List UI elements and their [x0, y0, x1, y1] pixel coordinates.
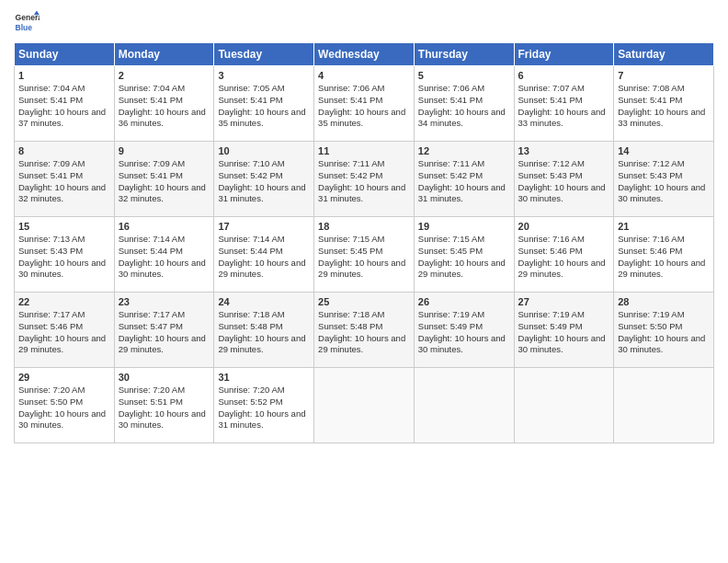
day-number: 7: [618, 70, 710, 81]
day-info: Sunrise: 7:20 AMSunset: 5:50 PMDaylight:…: [18, 385, 110, 431]
logo-icon: General Blue: [14, 9, 40, 35]
day-number: 10: [218, 145, 310, 156]
day-cell: 10Sunrise: 7:10 AMSunset: 5:42 PMDayligh…: [214, 142, 314, 217]
day-number: 30: [119, 372, 210, 383]
day-number: 29: [18, 372, 110, 383]
day-info: Sunrise: 7:13 AMSunset: 5:43 PMDaylight:…: [18, 234, 110, 281]
day-info: Sunrise: 7:09 AMSunset: 5:41 PMDaylight:…: [119, 158, 210, 205]
day-cell: 4Sunrise: 7:06 AMSunset: 5:41 PMDaylight…: [314, 66, 415, 142]
day-cell: 2Sunrise: 7:04 AMSunset: 5:41 PMDaylight…: [114, 66, 214, 142]
week-row-4: 22Sunrise: 7:17 AMSunset: 5:46 PMDayligh…: [15, 293, 714, 368]
day-info: Sunrise: 7:20 AMSunset: 5:51 PMDaylight:…: [119, 385, 210, 431]
day-info: Sunrise: 7:15 AMSunset: 5:45 PMDaylight:…: [318, 234, 410, 281]
day-cell: 22Sunrise: 7:17 AMSunset: 5:46 PMDayligh…: [15, 293, 115, 368]
day-cell: 23Sunrise: 7:17 AMSunset: 5:47 PMDayligh…: [114, 293, 214, 368]
day-number: 31: [218, 372, 310, 383]
calendar-table: SundayMondayTuesdayWednesdayThursdayFrid…: [14, 42, 714, 443]
day-cell: [514, 368, 614, 443]
day-cell: 31Sunrise: 7:20 AMSunset: 5:52 PMDayligh…: [214, 368, 314, 443]
day-info: Sunrise: 7:05 AMSunset: 5:41 PMDaylight:…: [218, 83, 310, 130]
day-number: 25: [318, 296, 410, 307]
day-info: Sunrise: 7:11 AMSunset: 5:42 PMDaylight:…: [318, 158, 410, 205]
day-info: Sunrise: 7:09 AMSunset: 5:41 PMDaylight:…: [18, 158, 110, 205]
week-row-3: 15Sunrise: 7:13 AMSunset: 5:43 PMDayligh…: [15, 217, 714, 293]
day-number: 8: [18, 145, 110, 156]
day-number: 11: [318, 145, 410, 156]
day-cell: 18Sunrise: 7:15 AMSunset: 5:45 PMDayligh…: [314, 217, 415, 293]
day-info: Sunrise: 7:12 AMSunset: 5:43 PMDaylight:…: [618, 158, 710, 205]
day-cell: 5Sunrise: 7:06 AMSunset: 5:41 PMDaylight…: [414, 66, 514, 142]
day-number: 3: [218, 70, 310, 81]
svg-text:Blue: Blue: [16, 23, 33, 32]
day-number: 27: [518, 296, 610, 307]
day-number: 18: [318, 221, 410, 232]
week-row-5: 29Sunrise: 7:20 AMSunset: 5:50 PMDayligh…: [15, 368, 714, 443]
day-number: 9: [119, 145, 210, 156]
day-cell: 20Sunrise: 7:16 AMSunset: 5:46 PMDayligh…: [514, 217, 614, 293]
day-info: Sunrise: 7:16 AMSunset: 5:46 PMDaylight:…: [618, 234, 710, 281]
day-info: Sunrise: 7:16 AMSunset: 5:46 PMDaylight:…: [518, 234, 610, 281]
day-cell: [414, 368, 514, 443]
day-info: Sunrise: 7:19 AMSunset: 5:49 PMDaylight:…: [518, 309, 610, 356]
day-cell: [314, 368, 415, 443]
day-cell: 11Sunrise: 7:11 AMSunset: 5:42 PMDayligh…: [314, 142, 415, 217]
day-cell: 9Sunrise: 7:09 AMSunset: 5:41 PMDaylight…: [114, 142, 214, 217]
calendar-body: 1Sunrise: 7:04 AMSunset: 5:41 PMDaylight…: [15, 66, 714, 443]
day-number: 19: [418, 221, 510, 232]
day-number: 21: [618, 221, 710, 232]
day-cell: 13Sunrise: 7:12 AMSunset: 5:43 PMDayligh…: [514, 142, 614, 217]
day-info: Sunrise: 7:08 AMSunset: 5:41 PMDaylight:…: [618, 83, 710, 130]
day-number: 13: [518, 145, 610, 156]
day-cell: 24Sunrise: 7:18 AMSunset: 5:48 PMDayligh…: [214, 293, 314, 368]
day-cell: 6Sunrise: 7:07 AMSunset: 5:41 PMDaylight…: [514, 66, 614, 142]
day-info: Sunrise: 7:15 AMSunset: 5:45 PMDaylight:…: [418, 234, 510, 281]
day-number: 28: [618, 296, 710, 307]
day-info: Sunrise: 7:19 AMSunset: 5:50 PMDaylight:…: [618, 309, 710, 356]
day-cell: 3Sunrise: 7:05 AMSunset: 5:41 PMDaylight…: [214, 66, 314, 142]
day-info: Sunrise: 7:12 AMSunset: 5:43 PMDaylight:…: [518, 158, 610, 205]
day-info: Sunrise: 7:18 AMSunset: 5:48 PMDaylight:…: [218, 309, 310, 356]
day-cell: 7Sunrise: 7:08 AMSunset: 5:41 PMDaylight…: [614, 66, 714, 142]
logo: General Blue: [14, 9, 40, 35]
day-number: 1: [18, 70, 110, 81]
day-cell: 28Sunrise: 7:19 AMSunset: 5:50 PMDayligh…: [614, 293, 714, 368]
day-number: 5: [418, 70, 510, 81]
day-cell: 8Sunrise: 7:09 AMSunset: 5:41 PMDaylight…: [15, 142, 115, 217]
header-row: SundayMondayTuesdayWednesdayThursdayFrid…: [15, 43, 714, 66]
day-cell: 12Sunrise: 7:11 AMSunset: 5:42 PMDayligh…: [414, 142, 514, 217]
day-info: Sunrise: 7:14 AMSunset: 5:44 PMDaylight:…: [218, 234, 310, 281]
day-cell: 16Sunrise: 7:14 AMSunset: 5:44 PMDayligh…: [114, 217, 214, 293]
day-number: 4: [318, 70, 410, 81]
week-row-2: 8Sunrise: 7:09 AMSunset: 5:41 PMDaylight…: [15, 142, 714, 217]
header-day-monday: Monday: [114, 43, 214, 66]
header-day-thursday: Thursday: [414, 43, 514, 66]
day-number: 26: [418, 296, 510, 307]
day-info: Sunrise: 7:06 AMSunset: 5:41 PMDaylight:…: [318, 83, 410, 130]
day-number: 6: [518, 70, 610, 81]
header-day-wednesday: Wednesday: [314, 43, 415, 66]
day-cell: 15Sunrise: 7:13 AMSunset: 5:43 PMDayligh…: [15, 217, 115, 293]
day-number: 22: [18, 296, 110, 307]
day-cell: 25Sunrise: 7:18 AMSunset: 5:48 PMDayligh…: [314, 293, 415, 368]
day-number: 23: [119, 296, 210, 307]
day-info: Sunrise: 7:04 AMSunset: 5:41 PMDaylight:…: [18, 83, 110, 130]
day-info: Sunrise: 7:17 AMSunset: 5:46 PMDaylight:…: [18, 309, 110, 356]
day-cell: 1Sunrise: 7:04 AMSunset: 5:41 PMDaylight…: [15, 66, 115, 142]
day-number: 2: [119, 70, 210, 81]
day-info: Sunrise: 7:20 AMSunset: 5:52 PMDaylight:…: [218, 385, 310, 431]
day-info: Sunrise: 7:19 AMSunset: 5:49 PMDaylight:…: [418, 309, 510, 356]
day-number: 17: [218, 221, 310, 232]
day-info: Sunrise: 7:18 AMSunset: 5:48 PMDaylight:…: [318, 309, 410, 356]
day-cell: 26Sunrise: 7:19 AMSunset: 5:49 PMDayligh…: [414, 293, 514, 368]
day-number: 15: [18, 221, 110, 232]
day-number: 20: [518, 221, 610, 232]
day-info: Sunrise: 7:14 AMSunset: 5:44 PMDaylight:…: [119, 234, 210, 281]
day-info: Sunrise: 7:06 AMSunset: 5:41 PMDaylight:…: [418, 83, 510, 130]
day-info: Sunrise: 7:17 AMSunset: 5:47 PMDaylight:…: [119, 309, 210, 356]
day-info: Sunrise: 7:07 AMSunset: 5:41 PMDaylight:…: [518, 83, 610, 130]
day-number: 12: [418, 145, 510, 156]
day-cell: 21Sunrise: 7:16 AMSunset: 5:46 PMDayligh…: [614, 217, 714, 293]
day-cell: 14Sunrise: 7:12 AMSunset: 5:43 PMDayligh…: [614, 142, 714, 217]
day-cell: 29Sunrise: 7:20 AMSunset: 5:50 PMDayligh…: [15, 368, 115, 443]
day-number: 14: [618, 145, 710, 156]
